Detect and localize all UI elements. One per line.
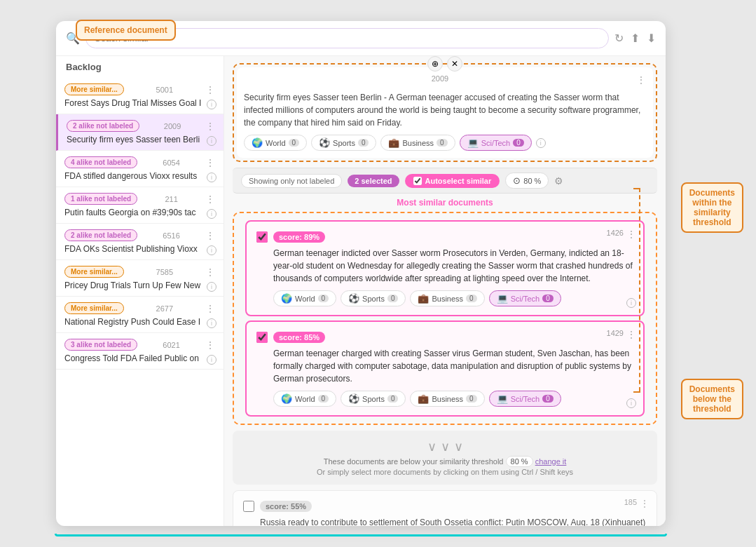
ref-tag-business-count: 0 bbox=[437, 139, 448, 147]
sidebar-id-1: 2009 bbox=[164, 122, 181, 130]
doc1-tag-business[interactable]: 💼 Business 0 bbox=[410, 391, 484, 407]
ref-tag-scitech[interactable]: 💻 Sci/Tech 0 bbox=[460, 135, 532, 151]
sidebar-dots-3[interactable]: ⋮ bbox=[205, 194, 215, 205]
change-threshold-link[interactable]: change it bbox=[535, 457, 567, 466]
sidebar-id-6: 2677 bbox=[156, 304, 173, 313]
business-icon: 💼 bbox=[388, 137, 399, 148]
sidebar-info-0[interactable]: i bbox=[207, 100, 217, 109]
ref-tag-business[interactable]: 💼 Business 0 bbox=[380, 135, 455, 151]
sports-icon: ⚽ bbox=[319, 137, 330, 148]
close-button[interactable]: ✕ bbox=[447, 56, 462, 72]
ref-doc-info[interactable]: i bbox=[536, 138, 546, 148]
sidebar-item-0[interactable]: More similar... 5001 ⋮ Forest Says Drug … bbox=[56, 78, 224, 114]
sidebar-badge-5: More similar... bbox=[64, 266, 124, 278]
doc-id-1: 1429 bbox=[607, 329, 624, 337]
gear-icon[interactable]: ⚙ bbox=[554, 175, 563, 187]
sidebar-item-3[interactable]: 1 alike not labeled 211 ⋮ Putin faults G… bbox=[56, 187, 224, 224]
doc-checkbox-1[interactable] bbox=[256, 332, 268, 343]
ref-tag-world[interactable]: 🌍 World 0 bbox=[244, 135, 307, 151]
doc-dots-1[interactable]: ⋮ bbox=[626, 329, 636, 340]
sidebar-text-3: Putin faults Georgia on #39;90s tac bbox=[64, 208, 215, 217]
sidebar-info-2[interactable]: i bbox=[207, 173, 217, 182]
autoselect-button[interactable]: Autoselect similar bbox=[405, 174, 500, 188]
download-icon[interactable]: ⬇ bbox=[647, 32, 656, 45]
sidebar-id-7: 6021 bbox=[163, 341, 179, 349]
ref-doc-dots[interactable]: ⋮ bbox=[636, 74, 646, 86]
sidebar-dots-6[interactable]: ⋮ bbox=[205, 303, 215, 314]
similarity-threshold-box: Documents within the similarity threshol… bbox=[681, 182, 743, 233]
showing-label: Showing only not labeled bbox=[241, 174, 342, 188]
ref-tag-world-label: World bbox=[266, 139, 286, 147]
sidebar-text-5: Pricey Drug Trials Turn Up Few New bbox=[64, 281, 215, 290]
sidebar-id-5: 7585 bbox=[156, 268, 173, 276]
similarity-outline: score: 89% German teenager indicted over… bbox=[233, 212, 657, 425]
sidebar-info-5[interactable]: i bbox=[207, 282, 217, 292]
or-text: Or simply select more documents by click… bbox=[241, 468, 649, 476]
sidebar-info-6[interactable]: i bbox=[207, 318, 217, 328]
doc-checkbox-0[interactable] bbox=[256, 231, 268, 243]
sidebar-info-4[interactable]: i bbox=[207, 245, 217, 255]
sidebar-badge-4: 2 alike not labeled bbox=[64, 229, 137, 241]
doc-text-1: German teenager charged with creating Sa… bbox=[273, 347, 633, 385]
doc-tags-0: 🌍 World 0 ⚽ Sports 0 💼 bbox=[273, 290, 633, 306]
doc1-tag-world[interactable]: 🌍 World 0 bbox=[273, 391, 336, 407]
ref-tag-sports-label: Sports bbox=[333, 139, 355, 147]
sidebar-info-7[interactable]: i bbox=[207, 355, 217, 365]
doc0-tag-world[interactable]: 🌍 World 0 bbox=[273, 290, 336, 306]
doc-text-0: German teenager indicted over Sasser wor… bbox=[273, 247, 633, 285]
sidebar-text-1: Security firm eyes Sasser teen Berli bbox=[67, 135, 215, 144]
sidebar-header: Backlog bbox=[56, 56, 224, 78]
below-doc-checkbox-0[interactable] bbox=[243, 501, 254, 512]
refresh-icon[interactable]: ↻ bbox=[614, 32, 624, 45]
doc0-tag-sports[interactable]: ⚽ Sports 0 bbox=[341, 290, 406, 306]
ref-tag-sports-count: 0 bbox=[358, 139, 369, 147]
sidebar-dots-1[interactable]: ⋮ bbox=[205, 121, 215, 132]
ref-tag-scitech-label: Sci/Tech bbox=[481, 139, 511, 147]
most-similar-label: Most similar documents bbox=[224, 194, 666, 212]
main-panel: ⊕ ✕ 2009 ⋮ Security firm eyes Sasser tee… bbox=[224, 56, 666, 526]
sidebar-text-0: Forest Says Drug Trial Misses Goal I bbox=[64, 98, 215, 108]
sidebar-dots-0[interactable]: ⋮ bbox=[205, 84, 215, 95]
below-doc-0: score: 55% Russia ready to contribute to… bbox=[233, 490, 657, 526]
sidebar-info-1[interactable]: i bbox=[207, 136, 217, 146]
autoselect-checkbox[interactable] bbox=[413, 177, 422, 185]
below-threshold-section: ∨ ∨ ∨ These documents are below your sim… bbox=[233, 431, 657, 485]
sidebar-info-3[interactable]: i bbox=[207, 209, 217, 219]
doc-id-0: 1426 bbox=[607, 229, 624, 237]
sidebar-item-4[interactable]: 2 alike not labeled 6516 ⋮ FDA OKs Scien… bbox=[56, 224, 224, 260]
cyan-border bbox=[55, 534, 667, 536]
sidebar-item-5[interactable]: More similar... 7585 ⋮ Pricey Drug Trial… bbox=[56, 260, 224, 297]
doc-info-1[interactable]: i bbox=[626, 398, 636, 408]
sidebar-text-7: Congress Told FDA Failed Public on bbox=[64, 353, 215, 363]
doc1-tag-sports[interactable]: ⚽ Sports 0 bbox=[341, 391, 406, 407]
doc-tags-1: 🌍 World 0 ⚽ Sports 0 💼 bbox=[273, 391, 633, 407]
sidebar-item-7[interactable]: 3 alike not labeled 6021 ⋮ Congress Told… bbox=[56, 333, 224, 370]
doc1-tag-scitech[interactable]: 💻 Sci/Tech 0 bbox=[489, 391, 561, 407]
sidebar-id-4: 6516 bbox=[163, 231, 179, 240]
chevron-down-1: ∨ bbox=[427, 439, 437, 454]
doc-dots-0[interactable]: ⋮ bbox=[626, 229, 636, 240]
sidebar-item-6[interactable]: More similar... 2677 ⋮ National Registry… bbox=[56, 297, 224, 333]
expand-button[interactable]: ⊕ bbox=[427, 56, 443, 72]
sidebar-text-2: FDA stifled dangerous Vioxx results bbox=[64, 171, 215, 181]
doc0-tag-scitech[interactable]: 💻 Sci/Tech 0 bbox=[489, 290, 561, 306]
doc-card-1: score: 85% German teenager charged with … bbox=[245, 320, 645, 417]
sidebar-badge-0: More similar... bbox=[64, 83, 124, 95]
sidebar-dots-5[interactable]: ⋮ bbox=[205, 266, 215, 278]
sidebar-item-1[interactable]: 2 alike not labeled 2009 ⋮ Security firm… bbox=[56, 114, 224, 151]
sidebar-dots-4[interactable]: ⋮ bbox=[205, 230, 215, 241]
sidebar-id-3: 211 bbox=[165, 195, 177, 203]
upload-icon[interactable]: ⬆ bbox=[631, 32, 640, 45]
doc0-tag-business[interactable]: 💼 Business 0 bbox=[410, 290, 484, 306]
chevron-down-2: ∨ bbox=[441, 439, 450, 454]
ref-doc-id: 2009 bbox=[432, 74, 448, 83]
toolbar-row: Showing only not labeled 2 selected Auto… bbox=[233, 168, 657, 194]
doc-info-0[interactable]: i bbox=[626, 298, 636, 308]
sidebar-dots-2[interactable]: ⋮ bbox=[205, 157, 215, 168]
sidebar-dots-7[interactable]: ⋮ bbox=[205, 339, 215, 351]
below-threshold-box: Documents below the threshold bbox=[681, 379, 743, 419]
similarity-threshold-annotation: Documents within the similarity threshol… bbox=[681, 182, 743, 233]
sidebar-item-2[interactable]: 4 alike not labeled 6054 ⋮ FDA stifled d… bbox=[56, 151, 224, 187]
ref-tag-sports[interactable]: ⚽ Sports 0 bbox=[311, 135, 376, 151]
below-doc-dots-0[interactable]: ⋮ bbox=[640, 498, 650, 509]
